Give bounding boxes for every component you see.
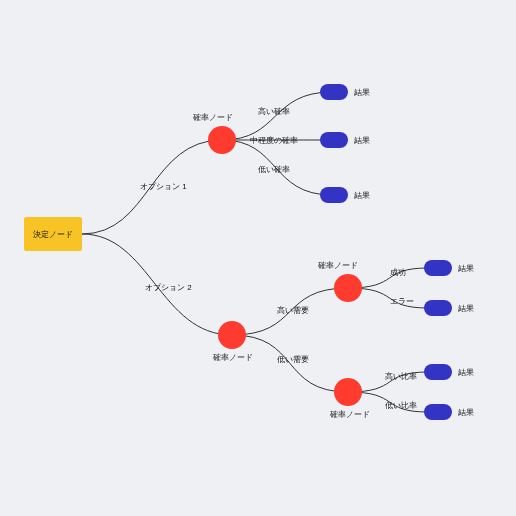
outcome-label-2: 結果: [353, 136, 370, 145]
decision-tree-canvas: オプション 1 オプション 2 高い確率 中程度の確率 低い確率 高い需要 低い…: [0, 0, 516, 516]
decision-node-label: 決定ノード: [33, 230, 73, 239]
edge-label-low-ratio: 低い比率: [385, 401, 417, 410]
outcome-label-5: 結果: [457, 304, 474, 313]
edge-label-error: エラー: [390, 297, 414, 306]
edge-label-high-demand: 高い需要: [277, 306, 309, 315]
outcome-label-4: 結果: [457, 264, 474, 273]
edge-high-prob: [222, 92, 332, 140]
edge-label-low-prob: 低い確率: [258, 165, 290, 174]
edge-label-opt2: オプション 2: [145, 283, 192, 292]
chance-node-4[interactable]: [334, 378, 362, 406]
outcome-label-7: 結果: [457, 408, 474, 417]
outcome-node-6[interactable]: [424, 364, 452, 380]
outcome-node-4[interactable]: [424, 260, 452, 276]
chance-node-1-label: 確率ノード: [192, 113, 233, 122]
outcome-node-1[interactable]: [320, 84, 348, 100]
edge-label-opt1: オプション 1: [140, 182, 187, 191]
edge-label-low-demand: 低い需要: [277, 355, 309, 364]
outcome-label-1: 結果: [353, 88, 370, 97]
chance-node-4-label: 確率ノード: [329, 410, 370, 419]
outcome-node-5[interactable]: [424, 300, 452, 316]
outcome-node-3[interactable]: [320, 187, 348, 203]
edge-label-mid-prob: 中程度の確率: [250, 136, 298, 145]
chance-node-3[interactable]: [334, 274, 362, 302]
chance-node-2-label: 確率ノード: [212, 353, 253, 362]
edge-label-high-prob: 高い確率: [258, 107, 290, 116]
outcome-label-6: 結果: [457, 368, 474, 377]
outcome-node-2[interactable]: [320, 132, 348, 148]
edge-label-success: 成功: [390, 268, 406, 277]
chance-node-2[interactable]: [218, 321, 246, 349]
chance-node-3-label: 確率ノード: [317, 261, 358, 270]
outcome-label-3: 結果: [353, 191, 370, 200]
chance-node-1[interactable]: [208, 126, 236, 154]
outcome-node-7[interactable]: [424, 404, 452, 420]
edge-label-high-ratio: 高い比率: [385, 372, 417, 381]
